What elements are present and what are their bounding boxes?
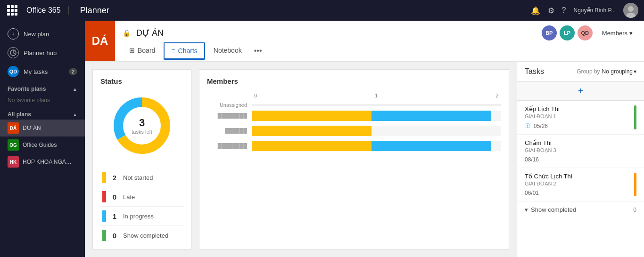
user-avatar[interactable] xyxy=(623,3,638,18)
member-avatars: BP LP QD xyxy=(542,25,593,40)
legend-num-completed: 0 xyxy=(111,232,118,240)
notification-icon[interactable]: 🔔 xyxy=(531,6,540,15)
plan-item-og[interactable]: OG Office Guides xyxy=(0,137,85,153)
help-icon[interactable]: ? xyxy=(562,6,566,15)
favorite-plans-section[interactable]: Favorite plans ▲ xyxy=(0,81,85,94)
member-row-1: ██████ xyxy=(207,126,501,136)
add-task-row: + xyxy=(517,82,644,101)
status-legend: 2 Not started 0 Late 1 In progress xyxy=(100,168,183,245)
bar-yellow-1 xyxy=(252,126,372,136)
group-by-label: Group by xyxy=(577,68,600,75)
member-bar-1 xyxy=(252,126,501,136)
legend-not-started: 2 Not started xyxy=(100,168,183,187)
plan-name-hk: HOP KHOA NGÀY 25/06/... xyxy=(23,159,74,165)
task-card-2[interactable]: Tổ Chức Lịch Thi GIAI ĐOẠN 2 06/01 xyxy=(517,168,644,201)
members-panel-title: Members xyxy=(207,77,501,85)
charts-icon: ≡ xyxy=(171,47,175,55)
task-date-2: 06/01 xyxy=(525,190,539,196)
task-name-2: Tổ Chức Lịch Thi xyxy=(525,173,630,180)
member-bar-0 xyxy=(252,111,501,121)
plan-item-da[interactable]: DÁ DỰ ÁN xyxy=(0,120,85,137)
top-nav: Office 365 Planner 🔔 ⚙ ? Nguyễn Bình P..… xyxy=(0,0,644,21)
avatar-lp[interactable]: LP xyxy=(560,25,575,40)
task-phase-2: GIAI ĐOẠN 2 xyxy=(525,181,630,187)
new-plan-icon: + xyxy=(8,28,19,40)
bar-yellow-2 xyxy=(252,141,372,151)
donut-chart: 3 tasks left xyxy=(100,93,183,159)
legend-num-late: 0 xyxy=(111,193,118,201)
members-chevron-icon: ▾ xyxy=(629,30,633,37)
plan-item-hk[interactable]: HK HOP KHOA NGÀY 25/06/... xyxy=(0,153,85,170)
legend-num-in-progress: 1 xyxy=(111,212,118,220)
plan-name-og: Office Guides xyxy=(23,142,57,148)
all-plans-chevron-icon: ▲ xyxy=(73,112,77,117)
task-name-1: Chấm Thi xyxy=(525,139,636,146)
tab-notebook[interactable]: Notebook xyxy=(207,43,248,59)
task-date-0: 05/26 xyxy=(534,123,548,129)
show-completed-row[interactable]: ▾ Show completed 0 xyxy=(517,201,644,218)
unassigned-label: Unassigned xyxy=(207,102,252,108)
app-name: Planner xyxy=(74,6,109,16)
members-panel: Members 0 1 2 Unassigned ████████ xyxy=(199,69,509,249)
task-date-1: 08/16 xyxy=(525,156,539,163)
plan-name-da: DỰ ÁN xyxy=(23,125,41,131)
tabs-more-icon[interactable]: ••• xyxy=(250,44,266,58)
tasks-title: Tasks xyxy=(525,67,577,76)
planner-hub-icon xyxy=(8,47,19,58)
user-name[interactable]: Nguyễn Bình P... xyxy=(574,7,616,14)
members-button[interactable]: Members ▾ xyxy=(598,28,636,39)
legend-label-late: Late xyxy=(123,193,135,201)
my-tasks-button[interactable]: QD My tasks 2 xyxy=(0,62,85,81)
tasks-header: Tasks Group by No grouping ▾ xyxy=(517,62,644,82)
task-date-icon-0: 🗓 xyxy=(525,122,531,129)
show-completed-chevron: ▾ xyxy=(525,206,528,213)
project-initial: DÁ xyxy=(85,21,115,61)
tab-board[interactable]: ⊞ Board xyxy=(123,43,162,59)
group-by-value[interactable]: No grouping ▾ xyxy=(602,68,636,75)
legend-label-in-progress: In progress xyxy=(123,213,154,220)
bar-blue-0 xyxy=(372,111,491,121)
avatar-qd[interactable]: QD xyxy=(578,25,593,40)
main-content: DÁ 🔒 DỰ ÁN BP LP QD Members ▾ xyxy=(85,21,644,257)
my-tasks-icon: QD xyxy=(8,66,19,77)
task-name-0: Xếp Lịch Thi xyxy=(525,105,630,112)
add-task-button[interactable]: + xyxy=(578,86,584,96)
legend-color-completed xyxy=(102,230,106,241)
favorite-chevron-icon: ▲ xyxy=(73,87,77,92)
svg-point-1 xyxy=(628,6,634,12)
task-card-1[interactable]: Chấm Thi GIAI ĐOẠN 3 08/16 xyxy=(517,135,644,168)
group-by-value-text: No grouping xyxy=(602,68,633,75)
legend-label-completed: Show completed xyxy=(123,232,168,239)
task-card-0[interactable]: Xếp Lịch Thi GIAI ĐOẠN 1 🗓 05/26 xyxy=(517,101,644,135)
group-by-chevron-icon: ▾ xyxy=(634,68,636,75)
planner-hub-label: Planner hub xyxy=(24,49,57,56)
tab-charts[interactable]: ≡ Charts xyxy=(164,42,205,60)
tabs-bar: ⊞ Board ≡ Charts Notebook ••• xyxy=(115,40,644,61)
member-name-0: ████████ xyxy=(207,113,252,119)
settings-icon[interactable]: ⚙ xyxy=(548,6,554,15)
task-accent-2 xyxy=(634,173,636,196)
member-row-2: ████████ xyxy=(207,141,501,151)
tasks-left-count: 3 xyxy=(132,117,152,129)
status-panel: Status 3 tasks left xyxy=(92,69,191,249)
all-plans-label: All plans xyxy=(8,111,31,118)
show-completed-count: 0 xyxy=(633,207,636,213)
axis-labels: 0 1 2 xyxy=(207,93,501,98)
no-favorite-label: No favorite plans xyxy=(0,94,85,106)
legend-color-not-started xyxy=(102,172,106,183)
all-plans-section[interactable]: All plans ▲ xyxy=(0,106,85,120)
avatar-bp[interactable]: BP xyxy=(542,25,557,40)
bar-yellow-0 xyxy=(252,111,372,121)
sidebar: + New plan Planner hub QD My tasks 2 Fav… xyxy=(0,21,85,257)
planner-hub-button[interactable]: Planner hub xyxy=(0,43,85,62)
waffle-icon[interactable] xyxy=(6,4,19,17)
task-phase-1: GIAI ĐOẠN 3 xyxy=(525,147,636,153)
plan-badge-da: DÁ xyxy=(8,122,19,134)
new-plan-button[interactable]: + New plan xyxy=(0,24,85,43)
unassigned-row: Unassigned xyxy=(207,102,501,108)
axis-2: 2 xyxy=(417,93,499,98)
lock-icon: 🔒 xyxy=(123,29,131,37)
task-phase-0: GIAI ĐOẠN 1 xyxy=(525,113,630,120)
member-row-0: ████████ xyxy=(207,111,501,121)
axis-0: 0 xyxy=(254,93,336,98)
